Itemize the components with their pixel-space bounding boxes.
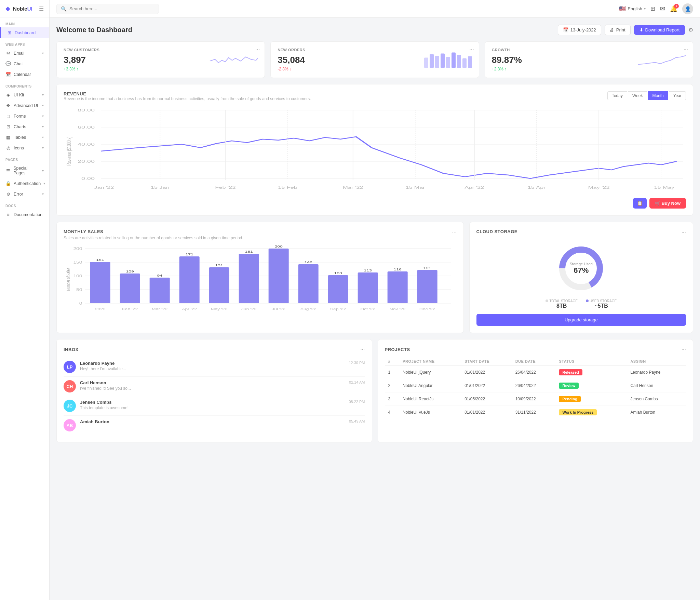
sidebar-item-email[interactable]: ✉ Email ▾ (0, 48, 49, 58)
svg-text:131: 131 (215, 264, 223, 267)
copy-button[interactable]: 📋 (633, 198, 647, 209)
monthly-sales-chart: 200 150 100 50 0 Number of Sales 151 1 (64, 245, 457, 321)
col-project-name: PROJECT NAME (399, 357, 461, 366)
growth-mini-chart (638, 51, 686, 69)
download-icon: ⬇ (640, 27, 643, 32)
svg-text:50: 50 (76, 288, 82, 292)
inbox-sender: Carl Henson (80, 380, 345, 385)
sidebar-item-label: Email (14, 51, 24, 56)
svg-text:15 Feb: 15 Feb (278, 186, 297, 189)
grid-icon[interactable]: ⊞ (650, 5, 655, 12)
svg-text:0: 0 (79, 302, 82, 305)
svg-rect-70 (388, 271, 408, 303)
more-icon[interactable]: ··· (682, 346, 686, 352)
sidebar-item-chat[interactable]: 💬 Chat (0, 58, 49, 69)
section-label-pages: PAGES (0, 153, 49, 163)
sidebar-item-charts[interactable]: ⊡ Charts ▾ (0, 121, 49, 132)
advanced-ui-icon: ❖ (5, 103, 11, 108)
forms-icon: ◻ (5, 114, 11, 119)
chevron-down-icon: ▾ (42, 146, 44, 150)
language-selector[interactable]: 🇺🇸 English ▾ (619, 5, 646, 12)
list-item: LP Leonardo Payne Hey! there I'm availab… (64, 357, 365, 377)
avatar[interactable]: 👤 (682, 3, 693, 14)
inbox-item-content: Leonardo Payne Hey! there I'm available.… (80, 361, 345, 371)
svg-text:20.00: 20.00 (78, 159, 95, 163)
sidebar-item-ui-kit[interactable]: ◈ UI Kit ▾ (0, 90, 49, 100)
svg-text:Mar '22: Mar '22 (343, 186, 363, 189)
chevron-down-icon: ▾ (42, 169, 44, 173)
hamburger-icon[interactable]: ☰ (39, 5, 44, 12)
svg-text:40.00: 40.00 (78, 142, 95, 146)
topbar: 🔍 🇺🇸 English ▾ ⊞ ✉ 🔔 1 👤 (50, 0, 700, 18)
date-button[interactable]: 📅 13-July-2022 (558, 25, 601, 35)
sidebar-item-advanced-ui[interactable]: ❖ Advanced UI ▾ (0, 100, 49, 111)
sidebar-item-authentication[interactable]: 🔒 Authentication ▾ (0, 178, 49, 189)
avatar: LP (64, 361, 76, 373)
status-badge: Review (555, 379, 627, 392)
more-icon[interactable]: ··· (682, 229, 686, 236)
list-item: JC Jensen Combs This template is awesome… (64, 396, 365, 416)
project-name: NobleUI Angular (399, 379, 461, 392)
tab-year[interactable]: Year (669, 91, 686, 100)
sidebar-item-label: Special Pages (13, 166, 39, 175)
stats-row: NEW CUSTOMERS 3,897 +3.3% ↑ ··· NEW ORDE… (56, 41, 693, 78)
svg-text:Sep '22: Sep '22 (330, 307, 346, 311)
page-header: Welcome to Dashboard 📅 13-July-2022 🖨 Pr… (56, 25, 693, 35)
svg-text:Feb '22: Feb '22 (122, 307, 138, 311)
total-storage-item: TOTAL STORAGE 8TB (546, 299, 577, 309)
sidebar-item-forms[interactable]: ◻ Forms ▾ (0, 111, 49, 121)
avatar: JC (64, 400, 76, 412)
inbox-projects-row: INBOX ··· LP Leonardo Payne Hey! there I… (56, 339, 693, 442)
svg-text:Revenue ($1000 s): Revenue ($1000 s) (66, 136, 72, 165)
projects-title: PROJECTS (385, 347, 410, 352)
special-pages-icon: ☰ (5, 168, 11, 173)
inbox-time: 02.14 AM (349, 380, 365, 384)
more-icon[interactable]: ··· (360, 346, 365, 352)
settings-icon[interactable]: ⚙ (688, 27, 693, 33)
buy-now-button[interactable]: 🛒 Buy Now (649, 198, 686, 209)
sidebar: ◆ NobleUI ☰ MAIN ⊞ Dashboard WEB APPS ✉ … (0, 0, 50, 600)
svg-text:171: 171 (186, 253, 193, 256)
svg-text:151: 151 (96, 258, 104, 262)
sidebar-item-documentation[interactable]: # Documentation (0, 209, 49, 220)
status-badge: Work In Progress (555, 406, 627, 419)
inbox-preview: Hey! there I'm available... (80, 366, 345, 371)
download-report-button[interactable]: ⬇ Download Report (634, 25, 685, 35)
project-name: NobleUI ReactJs (399, 392, 461, 406)
svg-rect-68 (358, 272, 378, 303)
monthly-sales-subtitle: Sales are activities related to selling … (64, 236, 243, 240)
cloud-storage-header: CLOUD STORAGE ··· (476, 229, 686, 236)
logo-text: NobleUI (13, 6, 32, 12)
page-area: Welcome to Dashboard 📅 13-July-2022 🖨 Pr… (50, 18, 700, 600)
tab-today[interactable]: Today (607, 91, 627, 100)
svg-rect-50 (90, 262, 110, 303)
search-wrap[interactable]: 🔍 (56, 4, 159, 14)
col-status: STATUS (555, 357, 627, 366)
more-icon[interactable]: ··· (452, 229, 456, 235)
section-label-components: COMPONENTS (0, 80, 49, 90)
sidebar-item-error[interactable]: ⊘ Error ▾ (0, 189, 49, 199)
tab-month[interactable]: Month (648, 91, 668, 100)
mail-icon[interactable]: ✉ (660, 5, 665, 13)
storage-used-label: Storage Used (570, 262, 593, 266)
sidebar-item-special-pages[interactable]: ☰ Special Pages ▾ (0, 163, 49, 178)
section-label-webapps: WEB APPS (0, 38, 49, 48)
sidebar-item-tables[interactable]: ▦ Tables ▾ (0, 132, 49, 143)
print-button[interactable]: 🖨 Print (605, 25, 631, 35)
sidebar-item-label: Authentication (14, 181, 41, 186)
search-input[interactable] (69, 6, 154, 11)
section-label-docs: DOCS (0, 199, 49, 209)
chevron-down-icon: ▾ (42, 125, 44, 129)
chart-card-header: REVENUE Revenue is the income that a bus… (64, 91, 686, 105)
sidebar-item-calendar[interactable]: 📅 Calendar (0, 69, 49, 80)
stat-card-orders: NEW ORDERS 35,084 -2.8% ↓ ··· (270, 41, 479, 78)
col-num: # (385, 357, 400, 366)
sidebar-item-dashboard[interactable]: ⊞ Dashboard (0, 27, 49, 38)
sidebar-item-icons[interactable]: ◎ Icons ▾ (0, 143, 49, 153)
donut-chart: Storage Used 67% (557, 244, 605, 292)
svg-text:121: 121 (423, 266, 431, 270)
upgrade-storage-button[interactable]: Upgrade storage (476, 314, 686, 326)
svg-text:103: 103 (334, 271, 342, 275)
documentation-icon: # (5, 212, 11, 217)
tab-week[interactable]: Week (628, 91, 647, 100)
